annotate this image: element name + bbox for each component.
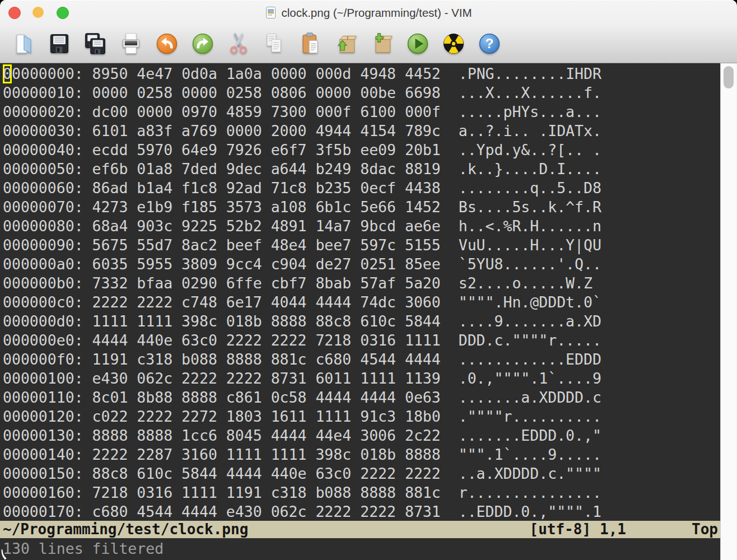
close-button[interactable] — [8, 7, 21, 19]
paste-button[interactable] — [297, 30, 324, 57]
run-script-button[interactable] — [404, 30, 431, 57]
zoom-button[interactable] — [57, 7, 69, 19]
hex-line: 000000d0: 1111 1111 398c 018b 8888 88c8 … — [3, 312, 720, 331]
status-line: ~/Programming/test/clock.png [utf-8] 1,1… — [0, 521, 720, 538]
hex-line: 00000080: 68a4 903c 9225 52b2 4891 14a7 … — [3, 217, 720, 236]
load-session-button[interactable] — [333, 30, 360, 57]
status-scroll-position: Top — [692, 521, 718, 538]
hex-line: 00000050: ef6b 01a8 7ded 9dec a644 b249 … — [3, 160, 720, 179]
hex-line: 00000130: 8888 8888 1cc6 8045 4444 44e4 … — [3, 426, 720, 445]
hex-line: 00000070: 4273 e1b9 f185 3573 a108 6b1c … — [3, 198, 720, 217]
save-all-icon — [83, 31, 108, 56]
hex-line: 00000170: c680 4544 4444 e430 062c 2222 … — [3, 502, 720, 521]
hex-line: 00000000: 8950 4e47 0d0a 1a0a 0000 000d … — [3, 64, 720, 83]
hex-line: 00000030: 6101 a83f a769 0000 2000 4944 … — [3, 122, 720, 141]
redo-button[interactable] — [189, 30, 216, 57]
help-button[interactable]: ? — [476, 30, 503, 57]
load-session-box-icon — [334, 31, 358, 56]
cut-scissors-icon — [226, 31, 251, 56]
hex-line: 000000e0: 4444 440e 63c0 2222 2222 7218 … — [3, 331, 720, 350]
open-button[interactable] — [10, 30, 37, 57]
hex-line: 00000160: 7218 0316 1111 1191 c318 b088 … — [3, 483, 720, 502]
hex-line: 00000140: 2222 2287 3160 1111 1111 398c … — [3, 445, 720, 464]
hex-line: 000000a0: 6035 5955 3809 9cc4 c904 de27 … — [3, 255, 720, 274]
hex-line: 00000100: e430 062c 2222 2222 8731 6011 … — [3, 369, 720, 388]
paste-clipboard-icon — [298, 31, 323, 56]
hex-line: 00000110: 8c01 8b88 8888 c861 0c58 4444 … — [3, 388, 720, 407]
copy-icon — [262, 31, 287, 56]
toolbar: ? — [0, 25, 737, 62]
undo-button[interactable] — [153, 30, 180, 57]
traffic-lights — [0, 0, 78, 25]
window-title-text: clock.png (~/Programming/test) - VIM — [281, 6, 472, 20]
titlebar[interactable]: clock.png (~/Programming/test) - VIM — [0, 0, 737, 25]
hex-line: 000000c0: 2222 2222 c748 6e17 4044 4444 … — [3, 293, 720, 312]
save-button[interactable] — [46, 30, 73, 57]
hex-line: 00000040: ecdd 5970 64e9 7926 e6f7 3f5b … — [3, 141, 720, 160]
make-radiation-icon — [441, 31, 466, 56]
help-icon: ? — [477, 31, 502, 56]
text-buffer[interactable]: 00000000: 8950 4e47 0d0a 1a0a 0000 000d … — [0, 63, 720, 521]
redo-icon — [190, 31, 215, 56]
scrollbar-thumb[interactable] — [724, 66, 734, 88]
hex-line: 00000010: 0000 0258 0000 0258 0806 0000 … — [3, 83, 720, 102]
cursor-block: 0 — [3, 64, 12, 83]
status-cursor-position: 1,1 — [600, 521, 626, 538]
window-content: 00000000: 8950 4e47 0d0a 1a0a 0000 000d … — [0, 63, 737, 560]
hex-line: 000000b0: 7332 bfaa 0290 6ffe cbf7 8bab … — [3, 274, 720, 293]
open-file-icon — [11, 31, 36, 56]
svg-text:?: ? — [485, 36, 493, 51]
run-script-play-icon — [405, 31, 430, 56]
hex-line: 00000150: 88c8 610c 5844 4444 440e 63c0 … — [3, 464, 720, 483]
save-all-button[interactable] — [82, 30, 109, 57]
undo-icon — [155, 31, 179, 56]
hex-line: 00000090: 5675 55d7 8ac2 beef 48e4 bee7 … — [3, 236, 720, 255]
print-icon — [119, 31, 143, 56]
hex-line: 000000f0: 1191 c318 b088 8888 881c c680 … — [3, 350, 720, 369]
save-session-box-icon — [370, 31, 394, 56]
document-proxy-icon — [265, 6, 277, 19]
hex-line: 00000020: dc00 0000 0970 4859 7300 000f … — [3, 102, 720, 122]
status-encoding: [utf-8] — [529, 521, 591, 538]
hex-line: 00000060: 86ad b1a4 f1c8 92ad 71c8 b235 … — [3, 179, 720, 198]
save-session-button[interactable] — [368, 30, 395, 57]
make-button[interactable] — [440, 30, 467, 57]
command-line-message[interactable]: 130 lines filtered — [0, 538, 720, 560]
window-title: clock.png (~/Programming/test) - VIM — [265, 6, 472, 20]
hex-line: 00000120: c022 2222 2272 1803 1611 1111 … — [3, 407, 720, 426]
scrollbar[interactable] — [720, 63, 737, 560]
print-button[interactable] — [118, 30, 144, 57]
vim-window: clock.png (~/Programming/test) - VIM — [0, 0, 737, 560]
copy-button[interactable] — [261, 30, 288, 57]
status-filename: ~/Programming/test/clock.png — [3, 521, 248, 538]
editor-column: 00000000: 8950 4e47 0d0a 1a0a 0000 000d … — [0, 63, 720, 560]
minimize-button[interactable] — [32, 7, 44, 18]
save-icon — [47, 31, 72, 56]
window-chrome: clock.png (~/Programming/test) - VIM — [0, 0, 737, 63]
cut-button[interactable] — [225, 30, 252, 57]
mouse-cursor — [0, 549, 9, 560]
